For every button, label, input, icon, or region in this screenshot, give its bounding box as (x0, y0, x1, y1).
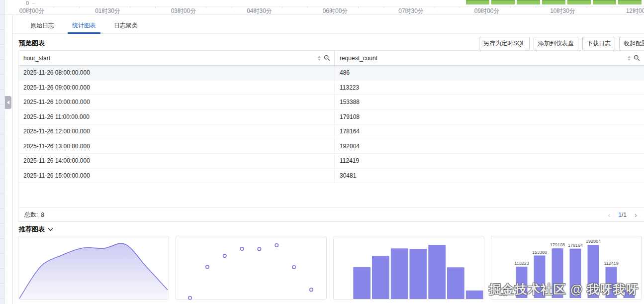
table-row[interactable]: 2025-11-26 13:00:00.000192004 (18, 139, 644, 154)
total-label: 总数: (24, 210, 38, 219)
log-count-bar (618, 0, 642, 4)
collapse-left-icon (7, 101, 9, 104)
cell-request-count: 153388 (334, 95, 644, 109)
cell-hour-start: 2025-11-26 08:00:00.000 (18, 66, 334, 80)
bar-value-label: 192004 (586, 239, 601, 244)
histogram-bar (466, 291, 483, 299)
area-fill (19, 243, 168, 300)
save-as-scheduled-sql-button[interactable]: 另存为定时SQL (479, 37, 530, 50)
sort-icon[interactable] (628, 56, 631, 61)
add-to-dashboard-button[interactable]: 添加到仪表盘 (534, 37, 578, 50)
table-row[interactable]: 2025-11-26 10:00:00.000153388 (18, 95, 644, 110)
log-count-bar (466, 0, 489, 4)
scatter-point (275, 244, 278, 247)
cell-hour-start: 2025-11-26 09:00:00.000 (18, 81, 334, 95)
table-row[interactable]: 2025-11-26 14:00:00.000112419 (18, 154, 644, 169)
pagination: ‹ 1/1 › (608, 211, 638, 218)
cell-hour-start: 2025-11-26 15:00:00.000 (18, 169, 334, 183)
time-axis-tick (307, 6, 308, 8)
bar (588, 245, 599, 298)
time-axis-label: 10时30分 (550, 7, 575, 15)
time-axis-label: 00时00分 (19, 7, 45, 15)
cell-request-count: 486 (334, 66, 644, 80)
histogram-bar (391, 248, 408, 299)
scatter-point (240, 247, 243, 250)
chevron-down-icon (48, 227, 53, 231)
cell-request-count: 192004 (334, 139, 644, 154)
tab-bar: 原始日志统计图表日志聚类 (13, 18, 644, 34)
time-axis-tick (510, 6, 511, 8)
y-axis-zero-tick (32, 3, 35, 4)
result-table-card: hour_start request_count (18, 50, 644, 222)
scatter-point (223, 254, 226, 257)
bar-value-label: 153388 (532, 250, 547, 255)
bar (534, 256, 546, 299)
log-count-bar (542, 0, 565, 4)
recommended-chart-histogram-bars[interactable] (333, 236, 484, 300)
log-count-bar (567, 0, 591, 4)
time-axis-tick (536, 6, 536, 8)
search-icon[interactable] (324, 55, 330, 61)
scatter-point (188, 297, 191, 300)
time-axis-tick (282, 6, 282, 8)
log-count-bar (491, 0, 515, 4)
recommended-chart-area[interactable] (18, 236, 169, 300)
cell-request-count: 179108 (334, 110, 644, 124)
time-axis-label: 06时00分 (323, 7, 348, 15)
log-histogram-timeline: 0 00时00分01时30分03时00分04时30分06时00分07时30分09… (5, 0, 644, 15)
bar (516, 267, 528, 298)
time-axis-label: 04时30分 (247, 7, 272, 15)
cell-hour-start: 2025-11-26 11:00:00.000 (18, 110, 334, 124)
collapse-config-button[interactable]: 收起配置 (619, 37, 644, 50)
download-logs-button[interactable]: 下载日志 (582, 37, 615, 50)
table-row[interactable]: 2025-11-26 08:00:00.000486 (18, 66, 644, 81)
recommended-chart-scatter[interactable] (176, 236, 327, 300)
histogram-bar (428, 245, 446, 299)
log-count-bar (517, 0, 540, 4)
table-row[interactable]: 2025-11-26 11:00:00.000179108 (18, 110, 644, 125)
time-axis-tick (130, 6, 130, 8)
table-body: 2025-11-26 08:00:00.0004862025-11-26 09:… (18, 66, 644, 183)
histogram-chart-svg (334, 236, 484, 300)
tab-raw-logs[interactable]: 原始日志 (28, 18, 57, 33)
time-axis-tick (612, 6, 612, 8)
time-axis-tick (54, 6, 54, 8)
prev-page-icon[interactable]: ‹ (608, 211, 610, 218)
recommended-chart-labeled-bars[interactable]: 4861132231533881791081781641920041124193… (491, 236, 642, 300)
current-page: 1 (618, 211, 622, 218)
preview-section-header: 预览图表 另存为定时SQL添加到仪表盘下载日志收起配置 (19, 37, 644, 50)
histogram-bar (372, 256, 389, 299)
sort-icon[interactable] (318, 56, 321, 61)
bar-value-label: 179108 (550, 242, 565, 247)
content-panel: 原始日志统计图表日志聚类 预览图表 另存为定时SQL添加到仪表盘下载日志收起配置… (12, 15, 644, 304)
column-header-label: hour_start (23, 55, 50, 62)
table-header-row: hour_start request_count (18, 51, 644, 66)
preview-chart-title: 预览图表 (19, 39, 45, 48)
time-axis-label: 09时00分 (474, 7, 500, 15)
table-row[interactable]: 2025-11-26 09:00:00.000113223 (18, 81, 644, 96)
page-indicator: 1/1 (618, 211, 627, 218)
column-header-hour-start[interactable]: hour_start (18, 51, 334, 65)
search-icon[interactable] (634, 55, 640, 61)
tab-log-clustering[interactable]: 日志聚类 (111, 18, 140, 33)
bar-value-label: 113223 (514, 261, 529, 266)
cell-request-count: 112419 (334, 154, 644, 168)
tab-stat-charts[interactable]: 统计图表 (70, 18, 98, 33)
time-axis-tick (231, 6, 232, 8)
area-chart-svg (18, 236, 169, 300)
recommended-charts-header[interactable]: 推荐图表 (19, 225, 53, 234)
table-row[interactable]: 2025-11-26 15:00:00.00030481 (18, 169, 644, 184)
panel-collapse-handle[interactable] (5, 96, 11, 109)
time-axis-tick (79, 6, 80, 8)
bar-value-label: 112419 (604, 261, 618, 266)
left-collapsed-panel (0, 0, 5, 304)
time-axis-tick (155, 6, 156, 8)
log-analysis-page: 0 00时00分01时30分03时00分04时30分06时00分07时30分09… (0, 0, 644, 304)
column-header-request-count[interactable]: request_count (334, 51, 644, 65)
table-row[interactable]: 2025-11-26 12:00:00.000178164 (18, 124, 644, 139)
bar (552, 248, 563, 298)
next-page-icon[interactable]: › (635, 211, 637, 218)
bar (606, 267, 617, 298)
recommended-charts-title: 推荐图表 (19, 225, 45, 234)
toolbar: 另存为定时SQL添加到仪表盘下载日志收起配置 (475, 37, 644, 50)
